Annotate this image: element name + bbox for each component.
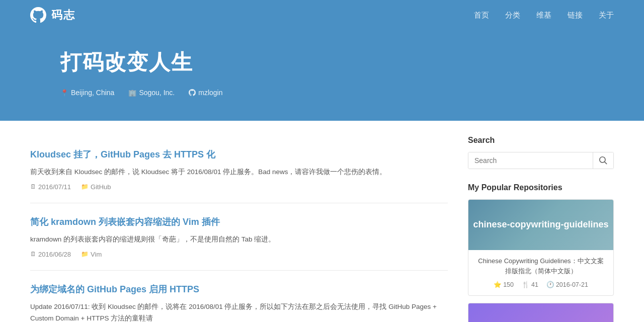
- repo-card-image-1: [468, 303, 613, 322]
- repo-card-1[interactable]: [468, 303, 614, 322]
- repo-date-0: 🕐 2016-07-21: [546, 281, 588, 288]
- main-content: Kloudsec 挂了，GitHub Pages 去 HTTPS 化 前天收到来…: [0, 121, 644, 322]
- sidebar-search-section: Search: [468, 136, 614, 169]
- meta-github: mzlogin: [189, 89, 222, 97]
- meta-github-text: mzlogin: [198, 89, 222, 97]
- search-section-title: Search: [468, 136, 614, 145]
- site-header: 码志 首页 分类 维基 链接 关于 打码改变人生 📍 Beijing, Chin…: [0, 0, 644, 121]
- folder-icon-1: 📁: [81, 251, 89, 258]
- repo-stars-0: ⭐ 150: [494, 281, 514, 288]
- hero-section: 打码改变人生 📍 Beijing, China 🏢 Sogou, Inc. mz…: [30, 30, 614, 121]
- search-icon: [599, 156, 607, 165]
- post-date-0: 🗓 2016/07/11: [30, 183, 71, 191]
- repo-card-name-0: chinese-copywriting-guidelines: [469, 215, 612, 234]
- nav-categories[interactable]: 分类: [505, 11, 520, 20]
- repos-section-title: My Popular Repositories: [468, 183, 614, 192]
- nav-about[interactable]: 关于: [599, 11, 614, 20]
- post-excerpt-1: kramdown 的列表嵌套内容的缩进规则很「奇葩」，不是使用自然的 Tab 缩…: [30, 234, 448, 246]
- sidebar-repos-section: My Popular Repositories chinese-copywrit…: [468, 183, 614, 322]
- sidebar: Search My Popular Repositories chinese-c…: [468, 136, 614, 322]
- github-logo-icon: [30, 7, 46, 23]
- nav-links-item[interactable]: 链接: [568, 11, 583, 20]
- post-title-2[interactable]: 为绑定域名的 GitHub Pages 启用 HTTPS: [30, 283, 448, 296]
- posts-column: Kloudsec 挂了，GitHub Pages 去 HTTPS 化 前天收到来…: [30, 136, 468, 322]
- post-title-1[interactable]: 简化 kramdown 列表嵌套内容缩进的 Vim 插件: [30, 215, 448, 229]
- folder-icon-0: 📁: [81, 183, 89, 190]
- repo-card-stats-0: ⭐ 150 🍴 41 🕐 2016-07-21: [475, 281, 606, 288]
- hero-title: 打码改变人生: [60, 48, 584, 76]
- post-excerpt-2: Update 2016/07/11: 收到 Kloudsec 的邮件，说将在 2…: [30, 301, 448, 322]
- repo-forks-0: 🍴 41: [522, 281, 538, 288]
- meta-company: 🏢 Sogou, Inc.: [128, 89, 175, 97]
- github-small-icon: [189, 89, 196, 96]
- company-icon: 🏢: [128, 89, 136, 97]
- nav-links: 首页 分类 维基 链接 关于: [474, 11, 614, 20]
- search-input[interactable]: [468, 152, 593, 169]
- meta-location: 📍 Beijing, China: [60, 89, 114, 97]
- post-item-2: 为绑定域名的 GitHub Pages 启用 HTTPS Update 2016…: [30, 271, 448, 322]
- post-date-1: 🗓 2016/06/28: [30, 251, 71, 258]
- post-meta-0: 🗓 2016/07/11 📁 GitHub: [30, 183, 448, 191]
- calendar-icon-0: 🗓: [30, 183, 36, 190]
- post-category-1: 📁 Vim: [81, 251, 102, 258]
- nav-home[interactable]: 首页: [474, 11, 489, 20]
- location-icon: 📍: [60, 89, 68, 97]
- post-excerpt-0: 前天收到来自 Kloudsec 的邮件，说 Kloudsec 将于 2016/0…: [30, 167, 448, 178]
- meta-company-text: Sogou, Inc.: [139, 89, 175, 97]
- repo-card-desc-0: Chinese Copywriting Guidelines：中文文案排版指北（…: [475, 256, 606, 276]
- fork-icon-0: 🍴: [522, 281, 530, 288]
- site-logo-text: 码志: [51, 8, 75, 23]
- post-item-1: 简化 kramdown 列表嵌套内容缩进的 Vim 插件 kramdown 的列…: [30, 203, 448, 271]
- nav-wiki[interactable]: 维基: [536, 11, 551, 20]
- post-category-0: 📁 GitHub: [81, 183, 111, 191]
- logo-area: 码志: [30, 7, 75, 23]
- search-button[interactable]: [593, 152, 613, 169]
- post-meta-1: 🗓 2016/06/28 📁 Vim: [30, 251, 448, 258]
- calendar-icon-1: 🗓: [30, 251, 36, 258]
- repo-card-0[interactable]: chinese-copywriting-guidelines Chinese C…: [468, 199, 614, 296]
- clock-icon-0: 🕐: [546, 281, 554, 288]
- hero-meta: 📍 Beijing, China 🏢 Sogou, Inc. mzlogin: [60, 89, 584, 97]
- meta-location-text: Beijing, China: [71, 89, 114, 97]
- repo-card-body-0: Chinese Copywriting Guidelines：中文文案排版指北（…: [468, 250, 613, 295]
- post-item-0: Kloudsec 挂了，GitHub Pages 去 HTTPS 化 前天收到来…: [30, 136, 448, 203]
- repo-card-image-0: chinese-copywriting-guidelines: [468, 200, 613, 250]
- post-title-0[interactable]: Kloudsec 挂了，GitHub Pages 去 HTTPS 化: [30, 148, 448, 162]
- nav-bar: 码志 首页 分类 维基 链接 关于: [30, 0, 614, 30]
- search-box: [468, 152, 614, 169]
- star-icon-0: ⭐: [494, 281, 502, 288]
